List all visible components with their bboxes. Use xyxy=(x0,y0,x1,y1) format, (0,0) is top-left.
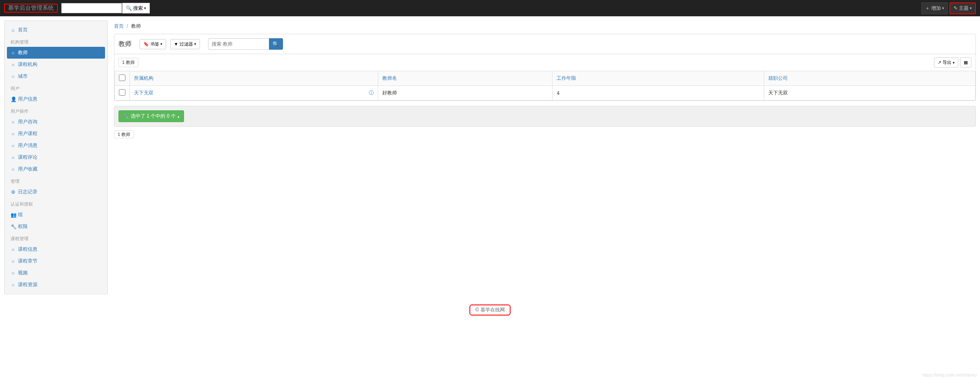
sidebar-item-icon: ○ xyxy=(11,282,15,288)
columns-icon: ▦ xyxy=(964,60,968,65)
page-title: 教师 xyxy=(118,40,132,48)
sidebar-item-label: 课程资源 xyxy=(18,281,37,288)
global-search: 🔍 搜索 ▾ xyxy=(61,3,150,13)
sidebar-item[interactable]: ○用户消息 xyxy=(4,140,107,151)
caret-down-icon: ▾ xyxy=(144,6,146,10)
sidebar-item-icon: 🔧 xyxy=(11,224,15,230)
brand-title: 慕学后台管理系统 xyxy=(4,4,58,13)
sidebar-item[interactable]: ○课程资源 xyxy=(4,279,107,291)
columns-button[interactable]: ▦ xyxy=(960,57,971,68)
select-all-cell xyxy=(115,71,130,86)
sidebar-item[interactable]: 👤用户信息 xyxy=(4,93,107,105)
sidebar-item[interactable]: ○课程机构 xyxy=(4,59,107,70)
cell-org: 天下无双 ⓘ xyxy=(130,86,378,101)
sidebar-item[interactable]: ○用户收藏 xyxy=(4,163,107,175)
breadcrumb-current: 教师 xyxy=(131,23,141,29)
count-badge: 1 教师 xyxy=(118,58,138,67)
sidebar-item-label: 组 xyxy=(18,211,23,218)
sidebar-item[interactable]: 🔧权限 xyxy=(4,221,107,232)
toolbar: 教师 🔖 书签 ▾ ▼ 过滤器 ▾ 🔍 xyxy=(114,34,976,54)
sidebar-item[interactable]: 👥组 xyxy=(4,209,107,221)
sidebar-item-label: 权限 xyxy=(18,223,28,230)
sidebar-item-icon: ○ xyxy=(11,259,15,264)
content: 首页 / 教师 教师 🔖 书签 ▾ ▼ 过滤器 ▾ xyxy=(114,20,976,294)
sidebar-item[interactable]: ⚙日志记录 xyxy=(4,186,107,198)
sidebar-item-label: 用户课程 xyxy=(18,130,37,137)
sidebar-item-label: 城市 xyxy=(18,73,28,80)
sidebar-item-icon: 👤 xyxy=(11,96,15,102)
sidebar-item-icon: ○ xyxy=(11,155,15,160)
data-table: 所属机构 教师名 工作年限 就职公司 天下无双 ⓘ xyxy=(114,71,976,101)
export-button[interactable]: ↗ 导出 ▾ xyxy=(934,57,958,68)
cell-name: 好教师 xyxy=(378,86,552,101)
sidebar-item-icon: ○ xyxy=(11,166,15,172)
caret-down-icon: ▾ xyxy=(953,61,955,65)
sidebar-item-label: 视频 xyxy=(18,269,28,276)
sidebar-item-label: 用户收藏 xyxy=(18,166,37,173)
sidebar-item-icon: ○ xyxy=(11,50,15,56)
filter-icon: ▼ xyxy=(174,42,178,46)
table-search: 🔍 xyxy=(208,38,283,50)
filter-button[interactable]: ▼ 过滤器 ▾ xyxy=(170,39,200,49)
info-icon[interactable]: ⓘ xyxy=(369,90,374,96)
sidebar-item[interactable]: ○用户课程 xyxy=(4,128,107,140)
export-icon: ↗ xyxy=(938,60,941,65)
sidebar-group-header: 机构管理 xyxy=(4,36,107,47)
col-company[interactable]: 就职公司 xyxy=(764,71,975,86)
global-search-input[interactable] xyxy=(61,3,122,13)
add-button[interactable]: ＋ 增加 ▾ xyxy=(921,2,948,14)
sidebar-group-header: 认证和授权 xyxy=(4,198,107,209)
row-select-cell xyxy=(115,86,130,101)
theme-button[interactable]: ✎ 主题 ▾ xyxy=(949,2,976,14)
sidebar-item-icon: ○ xyxy=(11,74,15,79)
sidebar-item-label: 教师 xyxy=(18,49,28,56)
bulk-action-button[interactable]: 🔧 选中了 1 个中的 0 个 ▴ xyxy=(118,110,184,122)
col-name[interactable]: 教师名 xyxy=(378,71,552,86)
search-icon: 🔍 xyxy=(126,5,132,11)
breadcrumb-home[interactable]: 首页 xyxy=(114,23,124,29)
table-search-input[interactable] xyxy=(208,38,269,50)
global-search-button[interactable]: 🔍 搜索 ▾ xyxy=(122,3,150,13)
col-years[interactable]: 工作年限 xyxy=(552,71,764,86)
sidebar-item-label: 用户消息 xyxy=(18,142,37,149)
sidebar-item[interactable]: ○课程信息 xyxy=(4,243,107,255)
sidebar-item[interactable]: ○教师 xyxy=(7,47,105,59)
table-search-button[interactable]: 🔍 xyxy=(269,38,283,50)
sidebar-item-icon: ○ xyxy=(11,119,15,125)
caret-up-icon: ▴ xyxy=(178,114,180,118)
bookmark-button[interactable]: 🔖 书签 ▾ xyxy=(140,39,166,49)
sidebar-group-header: 用户操作 xyxy=(4,105,107,116)
sidebar-group-header: 管理 xyxy=(4,175,107,186)
select-all-checkbox[interactable] xyxy=(119,74,125,81)
sidebar-item-icon: ○ xyxy=(11,131,15,137)
count-badge-footer: 1 教师 xyxy=(114,130,134,138)
cell-company: 天下无双 xyxy=(764,86,975,101)
sidebar-item[interactable]: ○视频 xyxy=(4,267,107,279)
row-checkbox[interactable] xyxy=(119,89,125,96)
sidebar: ⌂ 首页 机构管理○教师○课程机构○城市用户👤用户信息用户操作○用户咨询○用户课… xyxy=(4,20,108,294)
sidebar-item-label: 用户信息 xyxy=(18,96,37,103)
sidebar-item-label: 用户咨询 xyxy=(18,118,37,125)
sidebar-group-header: 课程管理 xyxy=(4,232,107,243)
table-header-row: 所属机构 教师名 工作年限 就职公司 xyxy=(115,71,976,86)
sidebar-item-label: 课程机构 xyxy=(18,61,37,68)
sidebar-item-icon: ○ xyxy=(11,62,15,68)
main-panel: 教师 🔖 书签 ▾ ▼ 过滤器 ▾ 🔍 xyxy=(114,34,976,101)
sidebar-item[interactable]: ○用户咨询 xyxy=(4,116,107,128)
sub-toolbar: 1 教师 ↗ 导出 ▾ ▦ xyxy=(114,54,976,71)
breadcrumb: 首页 / 教师 xyxy=(114,20,976,34)
navbar: 慕学后台管理系统 🔍 搜索 ▾ ＋ 增加 ▾ ✎ 主题 ▾ xyxy=(0,0,980,16)
sidebar-item[interactable]: ○课程评论 xyxy=(4,151,107,163)
sidebar-item-icon: ⚙ xyxy=(11,189,15,195)
bookmark-icon: 🔖 xyxy=(143,42,149,47)
org-link[interactable]: 天下无双 xyxy=(134,90,153,96)
sidebar-item-icon: 👥 xyxy=(11,212,15,218)
sidebar-group-header: 用户 xyxy=(4,82,107,93)
bulk-action-bar: 🔧 选中了 1 个中的 0 个 ▴ xyxy=(114,106,976,127)
sidebar-item[interactable]: ○课程章节 xyxy=(4,255,107,267)
footer: © 慕学在线网 xyxy=(0,298,980,322)
sidebar-item[interactable]: ○城市 xyxy=(4,70,107,82)
sidebar-home[interactable]: ⌂ 首页 xyxy=(4,24,107,36)
col-org[interactable]: 所属机构 xyxy=(130,71,378,86)
sidebar-item-icon: ○ xyxy=(11,270,15,276)
